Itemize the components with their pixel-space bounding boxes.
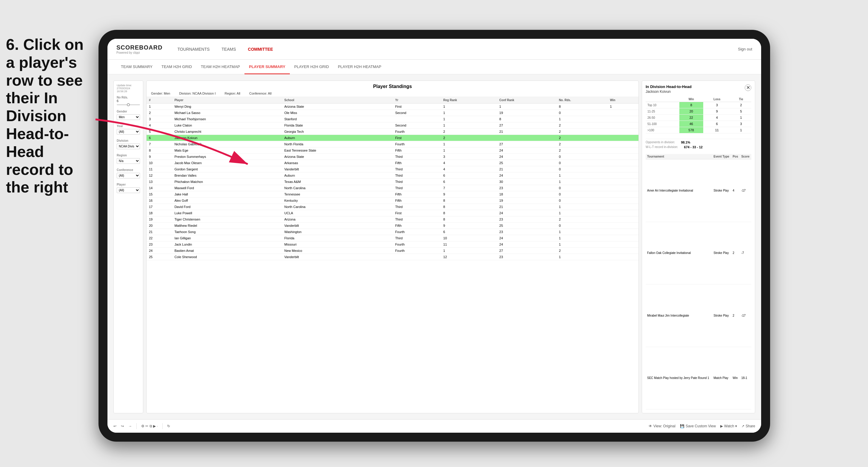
- table-row[interactable]: 3 Michael Thorbjornsen Stanford 1 8 1: [147, 116, 639, 122]
- cell-num: 2: [147, 110, 172, 116]
- save-custom-button[interactable]: 💾 Save Custom View: [680, 424, 716, 428]
- wlt-value: 674 - 33 - 12: [684, 145, 703, 149]
- cell-reg: 7: [441, 185, 497, 191]
- forward-button[interactable]: →: [128, 424, 132, 428]
- cell-player: Michael Thorbjornsen: [172, 116, 282, 122]
- table-row[interactable]: 22 Ian Gilligan Florida Third 10 24 1: [147, 235, 639, 241]
- table-row[interactable]: 14 Maxwell Ford North Carolina Third 7 2…: [147, 185, 639, 191]
- table-row[interactable]: 7 Nicholas Gabrelcik North Florida Fourt…: [147, 141, 639, 147]
- cell-reg: 1: [441, 147, 497, 154]
- table-row[interactable]: 12 Brendan Valles Auburn Third 6 24 1: [147, 173, 639, 179]
- cell-num: 16: [147, 197, 172, 204]
- tournament-pos: 2: [731, 284, 740, 347]
- cell-num: 4: [147, 122, 172, 129]
- toolbar-icons[interactable]: ⚙ ✂ ⧉ ▶ ·: [141, 424, 158, 428]
- h2h-close-button[interactable]: ✕: [745, 85, 751, 91]
- cell-player: Nicholas Gabrelcik: [172, 141, 282, 147]
- tab-player-h2h-grid[interactable]: PLAYER H2H GRID: [290, 60, 333, 74]
- tab-player-summary[interactable]: PLAYER SUMMARY: [244, 60, 290, 74]
- undo-button[interactable]: ↩: [114, 424, 116, 428]
- tab-team-summary[interactable]: TEAM SUMMARY: [116, 60, 157, 74]
- cell-yr: First: [393, 135, 441, 141]
- tab-player-h2h-heatmap[interactable]: PLAYER H2H HEATMAP: [333, 60, 385, 74]
- region-display: Region: All: [224, 92, 240, 95]
- cell-reg: 6: [441, 179, 497, 185]
- cell-yr: Third: [393, 166, 441, 173]
- redo-button[interactable]: ↪: [121, 424, 124, 428]
- cell-yr: Second: [393, 110, 441, 116]
- table-row[interactable]: 5 Christo Lamprecht Georgia Tech Fourth …: [147, 129, 639, 135]
- table-row[interactable]: 2 Michael La Sasso Ole Miss Second 1 19 …: [147, 110, 639, 116]
- cell-num: 10: [147, 160, 172, 166]
- cell-win: [608, 116, 639, 122]
- nav-committee[interactable]: COMMITTEE: [248, 45, 273, 53]
- cell-yr: Fifth: [393, 147, 441, 154]
- gender-select[interactable]: Men: [117, 114, 140, 120]
- tournament-type: Match Play: [712, 347, 731, 409]
- conference-filter: Conference (All): [117, 168, 140, 179]
- cell-school: Florida: [282, 235, 393, 241]
- rds-slider[interactable]: [117, 104, 140, 105]
- cell-rds: 0: [556, 160, 608, 166]
- tab-team-h2h-heatmap[interactable]: TEAM H2H HEATMAP: [196, 60, 244, 74]
- cell-conf: 23: [497, 229, 557, 235]
- table-row[interactable]: 25 Cole Sherwood Vanderbilt 12 23 1: [147, 254, 639, 260]
- nav-tournaments[interactable]: TOURNAMENTS: [177, 45, 210, 53]
- refresh-button[interactable]: ↻: [167, 424, 170, 428]
- cell-win: [608, 141, 639, 147]
- table-row[interactable]: 10 Jacob Max Olesen Arkansas Fifth 4 25 …: [147, 160, 639, 166]
- table-row[interactable]: 11 Gordon Sargent Vanderbilt Third 4 21 …: [147, 166, 639, 173]
- h2h-loss: 3: [703, 102, 731, 108]
- table-row[interactable]: 4 Luke Claton Florida State Second 1 27 …: [147, 122, 639, 129]
- cell-num: 12: [147, 173, 172, 179]
- player-select[interactable]: (All): [117, 187, 140, 193]
- cell-rds: 1: [556, 179, 608, 185]
- table-row[interactable]: 6 Jackson Koivun Auburn First 2 2: [147, 135, 639, 141]
- cell-school: New Mexico: [282, 248, 393, 254]
- table-row[interactable]: 17 David Ford North Carolina Third 8 21 …: [147, 204, 639, 210]
- cell-conf: 27: [497, 122, 557, 129]
- tournament-row: Mirabel Maui Jim Intercollegiate Stroke …: [646, 284, 751, 347]
- year-select[interactable]: (All): [117, 129, 140, 134]
- h2h-range: 11-25: [646, 108, 679, 115]
- cell-yr: [393, 116, 441, 122]
- view-original-button[interactable]: 👁 View: Original: [649, 424, 676, 428]
- table-row[interactable]: 9 Preston Summerhays Arizona State Third…: [147, 154, 639, 160]
- cell-num: 22: [147, 235, 172, 241]
- cell-rds: 1: [556, 235, 608, 241]
- table-row[interactable]: 1 Wenyi Ding Arizona State First 1 1 8 1: [147, 103, 639, 110]
- cell-player: Jacob Max Olesen: [172, 160, 282, 166]
- table-row[interactable]: 23 Jack Lundin Missouri Fourth 11 24 1: [147, 241, 639, 248]
- col-yr: Yr: [393, 97, 441, 103]
- nav-teams[interactable]: TEAMS: [221, 45, 236, 53]
- division-select[interactable]: NCAA Division I: [117, 144, 140, 149]
- cell-num: 14: [147, 185, 172, 191]
- h2h-tie: 3: [731, 121, 751, 127]
- table-row[interactable]: 16 Alex Goff Kentucky Fifth 8 19 0: [147, 197, 639, 204]
- region-select[interactable]: N/a: [117, 158, 140, 164]
- table-row[interactable]: 24 Bastien Amat New Mexico Fourth 1 27 2: [147, 248, 639, 254]
- table-row[interactable]: 19 Tiger Christensen Arizona Third 8 23 …: [147, 216, 639, 223]
- h2h-range: 51-100: [646, 121, 679, 127]
- tournament-row: Fallon Oak Collegiate Invitational Strok…: [646, 222, 751, 284]
- cell-win: [608, 147, 639, 154]
- gender-display: Gender: Men: [151, 92, 170, 95]
- table-row[interactable]: 15 Jake Hall Tennessee Fifth 9 18 0: [147, 191, 639, 197]
- watch-button[interactable]: ▶ Watch ▾: [720, 424, 737, 428]
- cell-conf: 23: [497, 254, 557, 260]
- tab-team-h2h-grid[interactable]: TEAM H2H GRID: [157, 60, 196, 74]
- sign-out-link[interactable]: Sign out: [738, 47, 752, 51]
- cell-conf: 19: [497, 197, 557, 204]
- conference-select[interactable]: (All): [117, 173, 140, 179]
- cell-player: Wenyi Ding: [172, 103, 282, 110]
- table-row[interactable]: 21 Taehoon Song Washington Fourth 6 23 1: [147, 229, 639, 235]
- share-button[interactable]: ↗ Share: [741, 424, 755, 428]
- cell-rds: 1: [556, 204, 608, 210]
- cell-player: David Ford: [172, 204, 282, 210]
- table-row[interactable]: 13 Phichaksn Maichon Texas A&M Third 6 3…: [147, 179, 639, 185]
- table-row[interactable]: 8 Mats Ege East Tennessee State Fifth 1 …: [147, 147, 639, 154]
- table-row[interactable]: 20 Matthew Riedel Vanderbilt Fifth 9 25 …: [147, 223, 639, 229]
- cell-school: Auburn: [282, 173, 393, 179]
- table-row[interactable]: 18 Luke Powell UCLA First 8 24 1: [147, 210, 639, 216]
- h2h-row: 26-50 22 4 1: [646, 115, 751, 121]
